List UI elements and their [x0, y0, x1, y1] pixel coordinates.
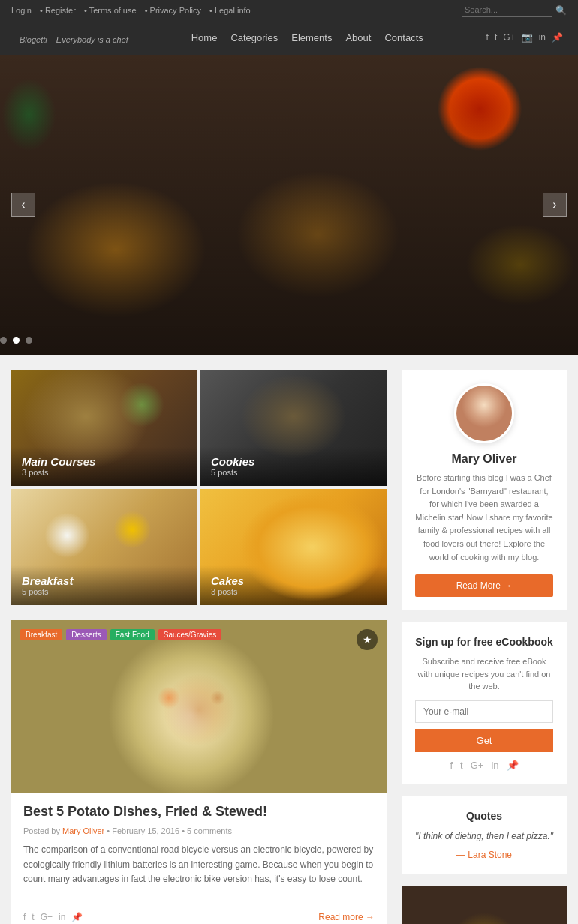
category-posts-count: 5 posts — [211, 468, 376, 477]
hero-next-button[interactable]: › — [543, 193, 567, 217]
post-body-1: Best 5 Potato Dishes, Fried & Stewed! Po… — [11, 793, 387, 906]
ecookbook-description: Subscribe and receive free eBook with un… — [415, 656, 553, 693]
ecookbook-pinterest[interactable]: 📌 — [507, 760, 519, 771]
share-pinterest[interactable]: 📌 — [71, 912, 83, 922]
category-overlay: Breakfast 5 posts — [11, 566, 197, 605]
category-overlay: Cakes 3 posts — [200, 566, 387, 605]
login-link[interactable]: Login — [11, 6, 32, 15]
ecookbook-linkedin[interactable]: in — [491, 760, 498, 771]
category-cakes[interactable]: Cakes 3 posts — [200, 489, 387, 605]
hero-dot-3[interactable] — [26, 337, 32, 344]
post-image-1: Breakfast Desserts Fast Food Sauces/Grav… — [11, 620, 387, 793]
ecookbook-google[interactable]: G+ — [471, 760, 484, 771]
nav-home[interactable]: Home — [191, 32, 218, 44]
topbar-links[interactable]: Login • Register • Terms of use • Privac… — [11, 6, 257, 15]
quote-text: "I think of dieting, then I eat pizza." — [415, 830, 553, 844]
ecookbook-facebook[interactable]: f — [450, 760, 453, 771]
tag-desserts[interactable]: Desserts — [66, 629, 106, 640]
register-link[interactable]: Register — [45, 6, 76, 15]
category-overlay: Cookies 5 posts — [200, 446, 387, 486]
post-title-1: Best 5 Potato Dishes, Fried & Stewed! — [23, 803, 375, 820]
post-tags: Breakfast Desserts Fast Food Sauces/Grav… — [20, 629, 221, 640]
search-bar[interactable]: 🔍 — [462, 4, 567, 16]
avatar-image — [456, 386, 512, 441]
banner-background — [402, 886, 567, 924]
nav-contacts[interactable]: Contacts — [384, 32, 423, 44]
search-input[interactable] — [462, 4, 552, 16]
tag-fastfood[interactable]: Fast Food — [110, 629, 155, 640]
share-google[interactable]: G+ — [41, 912, 53, 922]
social-pinterest[interactable]: 📌 — [552, 32, 563, 43]
legal-link[interactable]: Legal info — [215, 6, 251, 15]
post-meta-1: Posted by Mary Oliver • February 15, 201… — [23, 826, 375, 836]
hero-dot-2[interactable] — [13, 337, 20, 344]
category-title: Cookies — [211, 455, 376, 468]
tag-sauces[interactable]: Sauces/Gravies — [158, 629, 222, 640]
category-title: Cakes — [211, 574, 376, 587]
category-posts-count: 3 posts — [211, 587, 376, 596]
author-name: Mary Oliver — [415, 452, 553, 466]
category-bg — [11, 370, 197, 486]
search-icon[interactable]: 🔍 — [555, 5, 567, 16]
share-facebook[interactable]: f — [23, 912, 26, 922]
category-grid: Main Courses 3 posts Cookies 5 posts Bre… — [11, 370, 387, 605]
hero-dot-1[interactable] — [0, 337, 7, 344]
author-card: Mary Oliver Before starting this blog I … — [402, 370, 567, 610]
category-main-courses[interactable]: Main Courses 3 posts — [11, 370, 197, 486]
category-bg — [200, 489, 387, 605]
social-google[interactable]: G+ — [503, 32, 515, 43]
social-instagram[interactable]: 📷 — [522, 32, 533, 43]
blog-post-1: Breakfast Desserts Fast Food Sauces/Grav… — [11, 620, 387, 924]
post-author-link[interactable]: Mary Oliver — [62, 826, 104, 836]
category-posts-count: 5 posts — [22, 587, 187, 596]
quotes-card: Quotes "I think of dieting, then I eat p… — [402, 796, 567, 874]
category-posts-count: 3 posts — [22, 468, 187, 477]
social-linkedin[interactable]: in — [539, 32, 546, 43]
share-twitter[interactable]: t — [32, 912, 34, 922]
category-overlay: Main Courses 3 posts — [11, 446, 197, 486]
post-social-share[interactable]: f t G+ in 📌 — [23, 912, 83, 922]
tag-breakfast[interactable]: Breakfast — [20, 629, 62, 640]
category-title: Breakfast — [22, 574, 187, 587]
post-excerpt-1: The comparison of a conventional road bi… — [23, 843, 375, 886]
category-bg — [11, 489, 197, 605]
email-input[interactable] — [415, 700, 553, 723]
category-breakfast[interactable]: Breakfast 5 posts — [11, 489, 197, 605]
post-bookmark-icon[interactable]: ★ — [357, 629, 378, 650]
nav-elements[interactable]: Elements — [291, 32, 332, 44]
post-footer-1: f t G+ in 📌 Read more → — [11, 906, 387, 924]
social-facebook[interactable]: f — [486, 32, 489, 43]
terms-link[interactable]: Terms of use — [89, 6, 137, 15]
site-logo: Blogetti Everybody is a chef — [15, 28, 128, 47]
hero-prev-button[interactable]: ‹ — [11, 193, 35, 217]
share-linkedin[interactable]: in — [59, 912, 65, 922]
content-area: Main Courses 3 posts Cookies 5 posts Bre… — [11, 370, 387, 924]
main-content: Main Courses 3 posts Cookies 5 posts Bre… — [0, 355, 578, 924]
ecookbook-social[interactable]: f t G+ in 📌 — [415, 760, 553, 771]
nav-about[interactable]: About — [345, 32, 371, 44]
category-cookies[interactable]: Cookies 5 posts — [200, 370, 387, 486]
author-bio: Before starting this blog I was a Chef f… — [415, 472, 553, 564]
quote-author: — Lara Stone — [415, 850, 553, 860]
privacy-link[interactable]: Privacy Policy — [150, 6, 201, 15]
hero-dots[interactable] — [0, 337, 32, 344]
topbar: Login • Register • Terms of use • Privac… — [0, 0, 578, 20]
get-ecookbook-button[interactable]: Get — [415, 729, 553, 752]
header-social[interactable]: f t G+ 📷 in 📌 — [486, 32, 563, 43]
category-bg — [200, 370, 387, 486]
main-nav[interactable]: Home Categories Elements About Contacts — [191, 32, 423, 44]
category-title: Main Courses — [22, 455, 187, 468]
quotes-title: Quotes — [415, 810, 553, 822]
site-header: Blogetti Everybody is a chef Home Catego… — [0, 20, 578, 55]
hero-slider: ‹ Cookies · Main Courses Slow-Cooker Ala… — [0, 55, 578, 355]
banner-space[interactable]: Banner Space 370 × 370 — [402, 886, 567, 924]
author-avatar — [454, 383, 514, 443]
hero-overlay — [0, 55, 578, 355]
social-twitter[interactable]: t — [495, 32, 497, 43]
ecookbook-title: Sign up for free eCookbook — [415, 636, 553, 648]
author-read-more-button[interactable]: Read More → — [415, 574, 553, 597]
post-read-more-1[interactable]: Read more → — [318, 912, 375, 922]
nav-categories[interactable]: Categories — [230, 32, 278, 44]
ecookbook-twitter[interactable]: t — [460, 760, 463, 771]
sidebar: Mary Oliver Before starting this blog I … — [402, 370, 567, 924]
